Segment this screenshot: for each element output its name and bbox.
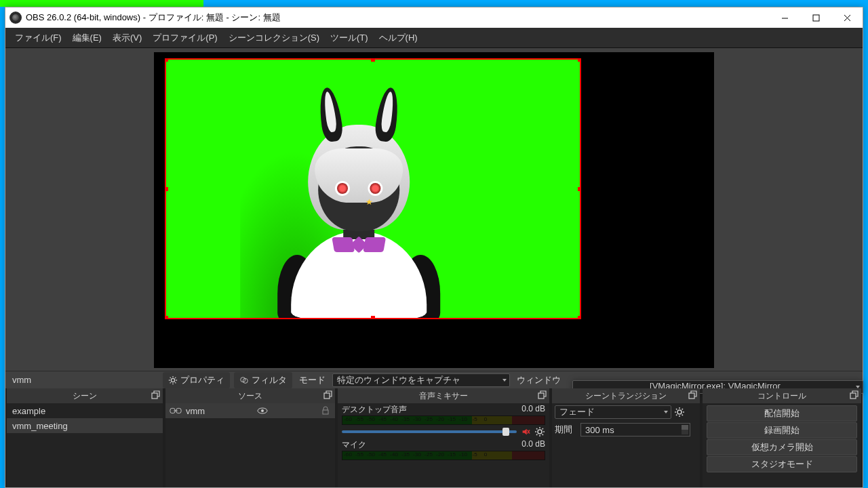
undock-icon[interactable] [537,390,547,400]
svg-point-14 [677,410,682,414]
window-capture-icon [170,407,182,414]
properties-label: プロパティ [180,374,224,386]
gear-icon [168,375,178,385]
source-item[interactable]: vmm [165,403,335,418]
menu-view[interactable]: 表示(V) [108,29,146,47]
menu-file[interactable]: ファイル(F) [11,29,66,47]
scenes-list[interactable]: example vmm_meeting [7,403,163,487]
source-properties-bar: vmm プロパティ フィルタ モード 特定のウィンドウをキャプチャ ウィンドウ … [5,371,863,388]
audio-mixer-dock: 音声ミキサー デスクトップ音声 0.0 dB [338,388,549,487]
undock-icon[interactable] [151,390,160,400]
gear-icon[interactable] [674,407,685,418]
mixer-channel-desktop: デスクトップ音声 0.0 dB [338,403,549,439]
scenes-title: シーン [73,390,97,402]
svg-rect-13 [689,393,694,399]
bottom-docks: シーン example vmm_meeting ソース vmm [5,388,863,487]
filters-label: フィルタ [252,374,287,386]
mode-label: モード [296,374,328,386]
window-title: OBS 26.0.2 (64-bit, windows) - プロファイル: 無… [26,12,281,24]
obs-logo-icon [9,12,22,24]
capture-mode-combo[interactable]: 特定のウィンドウをキャプチャ [332,373,510,387]
source-selection-box[interactable]: ★ [165,58,581,319]
scene-item[interactable]: example [7,403,163,418]
svg-rect-4 [152,393,157,399]
mixer-channel-db: 0.0 dB [521,439,545,451]
svg-point-12 [538,430,542,434]
mixer-channel-mic: マイク 0.0 dB [338,439,549,462]
svg-rect-15 [850,393,856,399]
svg-point-1 [171,378,174,382]
svg-rect-0 [813,15,819,21]
controls-title: コントロール [757,390,806,402]
duration-value: 300 ms [585,425,614,435]
menu-tools[interactable]: ツール(T) [326,29,372,47]
menu-scene-collection[interactable]: シーンコレクション(S) [224,29,323,47]
controls-dock: コントロール 配信開始 録画開始 仮想カメラ開始 スタジオモード [703,388,861,487]
transition-combo[interactable]: フェード [555,405,671,419]
svg-rect-11 [538,393,544,399]
studio-mode-label: スタジオモード [751,458,813,470]
sources-dock: ソース vmm [165,388,335,487]
menu-help[interactable]: ヘルプ(H) [375,29,422,47]
mixer-channel-name: デスクトップ音声 [342,404,407,415]
mute-icon[interactable] [521,427,530,436]
gear-icon[interactable] [534,426,545,437]
preview-area[interactable]: ★ [5,48,863,371]
sources-list[interactable]: vmm [165,403,335,487]
start-record-label: 録画開始 [764,424,800,436]
start-virtualcam-label: 仮想カメラ開始 [751,441,813,453]
filter-icon [239,375,249,385]
menu-edit[interactable]: 編集(E) [68,29,106,47]
window-label: ウィンドウ [514,374,564,386]
scenes-dock: シーン example vmm_meeting [7,388,163,487]
scene-item-label: example [12,406,45,416]
start-stream-button[interactable]: 配信開始 [707,405,857,422]
transitions-title: シーントランジション [585,390,667,402]
undock-icon[interactable] [323,390,332,400]
source-item-label: vmm [186,406,205,416]
mixer-channel-db: 0.0 dB [521,404,545,415]
studio-mode-button[interactable]: スタジオモード [707,456,857,472]
filters-button[interactable]: フィルタ [234,372,292,388]
selected-source-name: vmm [9,375,159,385]
scene-item[interactable]: vmm_meeting [7,418,163,433]
scene-item-label: vmm_meeting [12,421,68,431]
sources-title: ソース [238,390,262,402]
svg-rect-10 [323,410,328,414]
avatar-graphic: ★ [271,89,447,319]
transition-value: フェード [559,406,595,418]
audio-meter [342,451,545,460]
close-button[interactable] [831,7,863,28]
volume-slider[interactable] [342,430,517,433]
start-record-button[interactable]: 録画開始 [707,422,857,439]
undock-icon[interactable] [688,390,697,400]
svg-rect-5 [324,393,330,399]
preview-canvas[interactable]: ★ [154,52,714,368]
svg-point-9 [261,409,264,412]
menubar: ファイル(F) 編集(E) 表示(V) プロファイル(P) シーンコレクション(… [5,28,863,48]
duration-label: 期間 [555,424,578,436]
audio-meter [342,415,545,425]
transitions-dock: シーントランジション フェード 期間 300 ms [552,388,700,487]
start-stream-label: 配信開始 [764,407,800,420]
capture-mode-value: 特定のウィンドウをキャプチャ [337,374,460,386]
titlebar: OBS 26.0.2 (64-bit, windows) - プロファイル: 無… [5,7,863,28]
menu-profile[interactable]: プロファイル(P) [149,29,221,47]
mixer-channel-name: マイク [342,439,366,451]
duration-spin[interactable]: 300 ms [580,423,690,436]
lock-icon[interactable] [320,405,331,416]
minimize-button[interactable] [769,7,800,28]
obs-window: OBS 26.0.2 (64-bit, windows) - プロファイル: 無… [5,7,863,488]
start-virtualcam-button[interactable]: 仮想カメラ開始 [707,439,857,455]
undock-icon[interactable] [849,390,859,400]
visibility-icon[interactable] [257,405,268,416]
mixer-title: 音声ミキサー [419,390,468,402]
maximize-button[interactable] [800,7,831,28]
properties-button[interactable]: プロパティ [163,372,230,388]
